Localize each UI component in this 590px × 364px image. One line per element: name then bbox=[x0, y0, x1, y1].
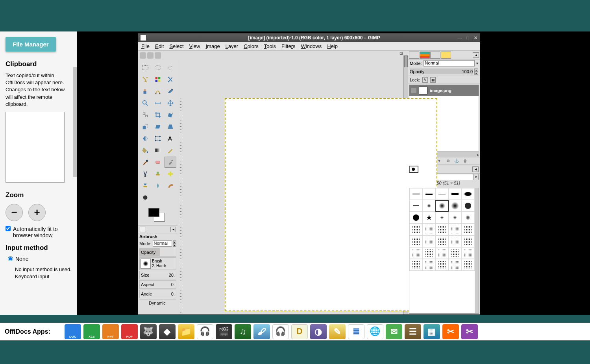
brush-item[interactable] bbox=[462, 224, 475, 235]
brush-item[interactable] bbox=[435, 247, 448, 259]
tool-eraser[interactable] bbox=[152, 157, 164, 168]
app-audacity[interactable]: 🎧 bbox=[197, 324, 213, 339]
brush-item[interactable] bbox=[409, 247, 422, 259]
app-mail[interactable]: ✉ bbox=[386, 324, 402, 339]
tool-dodge-burn[interactable] bbox=[139, 192, 151, 203]
brush-filter-dropdown[interactable]: ▾ bbox=[473, 174, 479, 180]
layer-row-image[interactable]: image.png bbox=[409, 85, 479, 96]
brush-item[interactable] bbox=[409, 235, 422, 247]
brush-item[interactable] bbox=[435, 259, 448, 271]
tool-options-tab[interactable] bbox=[140, 227, 146, 232]
brush-item[interactable] bbox=[462, 200, 475, 212]
foreground-background-swatch[interactable] bbox=[141, 207, 175, 223]
app-pixels[interactable]: ▦ bbox=[424, 324, 440, 339]
foreground-color-swatch[interactable] bbox=[148, 208, 159, 217]
close-button[interactable]: ✕ bbox=[473, 35, 478, 41]
brush-item[interactable]: ✺ bbox=[462, 212, 475, 224]
tool-shear[interactable] bbox=[152, 121, 164, 132]
lock-pixels-icon[interactable]: ✎ bbox=[422, 77, 428, 83]
menu-help[interactable]: Help bbox=[327, 43, 338, 49]
brush-item[interactable] bbox=[449, 247, 462, 259]
layer-thumbnail[interactable] bbox=[419, 87, 427, 94]
canvas-nav-icon[interactable]: ⊡ bbox=[399, 51, 403, 55]
tool-color-picker[interactable] bbox=[165, 86, 176, 97]
tool-mode-select[interactable]: Normal bbox=[153, 240, 172, 247]
input-method-none-row[interactable]: None bbox=[8, 256, 72, 262]
tool-clone[interactable] bbox=[152, 168, 164, 179]
tool-perspective-clone[interactable] bbox=[139, 180, 151, 191]
brush-item[interactable] bbox=[409, 224, 422, 235]
tool-align[interactable] bbox=[139, 109, 151, 120]
app-doc[interactable]: DOC bbox=[65, 324, 81, 339]
autofit-checkbox-row[interactable]: Automatically fit to browser window bbox=[6, 226, 72, 238]
tool-ellipse-select[interactable] bbox=[152, 62, 164, 73]
tool-perspective[interactable] bbox=[165, 121, 176, 132]
input-method-none-radio[interactable] bbox=[8, 256, 13, 261]
menu-image[interactable]: Image bbox=[205, 43, 220, 49]
app-cut[interactable]: ✂ bbox=[442, 324, 459, 339]
menu-filters[interactable]: Filters bbox=[281, 43, 295, 49]
tool-text[interactable]: A bbox=[165, 133, 176, 144]
zoom-in-button[interactable]: + bbox=[28, 204, 46, 221]
menu-edit[interactable]: Edit bbox=[155, 43, 164, 49]
tool-size-row[interactable]: Size 20. bbox=[139, 271, 176, 279]
tool-bucket-fill[interactable] bbox=[139, 145, 151, 156]
brush-item[interactable]: ✷ bbox=[449, 212, 462, 224]
brush-item[interactable] bbox=[409, 188, 422, 200]
minimize-button[interactable]: — bbox=[457, 35, 462, 41]
tool-brush-row[interactable]: Brush 2. Hardr bbox=[139, 257, 176, 270]
autofit-checkbox[interactable] bbox=[6, 226, 11, 231]
app-violet[interactable]: ✂ bbox=[461, 324, 478, 339]
layers-tab-layers[interactable] bbox=[420, 52, 430, 59]
layers-tab-paths[interactable] bbox=[441, 52, 451, 59]
gimp-titlebar[interactable]: [image] (imported)-1.0 (RGB color, 1 lay… bbox=[138, 33, 480, 42]
tool-foreground-select[interactable] bbox=[139, 86, 151, 97]
brush-item[interactable] bbox=[462, 247, 475, 259]
tool-ink[interactable] bbox=[139, 168, 151, 179]
app-ppt[interactable]: PPT bbox=[102, 324, 119, 339]
brush-item[interactable] bbox=[435, 188, 448, 200]
app-lmms[interactable]: ♫ bbox=[235, 324, 251, 339]
tool-scissors[interactable] bbox=[165, 74, 176, 85]
brush-item[interactable] bbox=[409, 212, 422, 224]
app-pdf[interactable]: PDF bbox=[121, 324, 138, 339]
tool-blur[interactable] bbox=[152, 180, 164, 191]
menu-windows[interactable]: Windows bbox=[301, 43, 322, 49]
tool-color-select[interactable] bbox=[152, 74, 164, 85]
tool-measure[interactable] bbox=[152, 98, 164, 109]
brush-item[interactable] bbox=[449, 188, 462, 200]
brush-item[interactable] bbox=[449, 200, 462, 212]
layers-tab-menu[interactable]: ◂ bbox=[473, 52, 479, 58]
tool-cage[interactable] bbox=[152, 133, 164, 144]
brush-item[interactable] bbox=[422, 247, 435, 259]
brush-item[interactable] bbox=[462, 235, 475, 247]
layer-visibility-icon[interactable] bbox=[411, 88, 416, 93]
brushes-tab-menu[interactable]: ◂ bbox=[472, 166, 479, 172]
menu-select[interactable]: Select bbox=[169, 43, 183, 49]
lock-alpha-icon[interactable]: ▦ bbox=[430, 77, 436, 83]
tool-brush-preview[interactable] bbox=[141, 259, 151, 269]
tool-smudge[interactable] bbox=[165, 180, 176, 191]
brush-item[interactable] bbox=[462, 188, 475, 200]
app-video-editor[interactable]: 🎬 bbox=[216, 324, 232, 339]
tool-scale[interactable] bbox=[139, 121, 151, 132]
tool-opacity-slider[interactable]: Opacity bbox=[139, 248, 176, 257]
app-audio2[interactable]: 🎧 bbox=[272, 324, 289, 339]
tool-fuzzy-select[interactable] bbox=[139, 74, 151, 85]
tool-blend[interactable] bbox=[152, 145, 164, 156]
tool-rect-select[interactable] bbox=[139, 62, 151, 73]
menu-layer[interactable]: Layer bbox=[226, 43, 239, 49]
brush-item[interactable] bbox=[435, 235, 448, 247]
tool-paths[interactable] bbox=[152, 86, 164, 97]
tool-options-menu-button[interactable]: ◂ bbox=[170, 227, 176, 232]
tool-heal[interactable] bbox=[165, 168, 176, 179]
app-gimp[interactable]: 🐺 bbox=[140, 324, 157, 339]
app-xls[interactable]: XLS bbox=[83, 324, 100, 339]
layer-mode-dropdown-icon[interactable]: ▾ bbox=[476, 61, 478, 65]
menu-file[interactable]: File bbox=[141, 43, 150, 49]
tool-crop[interactable] bbox=[152, 109, 164, 120]
brush-item[interactable] bbox=[409, 259, 422, 271]
tool-paintbrush[interactable] bbox=[139, 157, 151, 168]
app-browser[interactable]: 🌐 bbox=[367, 324, 383, 339]
maximize-button[interactable]: □ bbox=[465, 35, 470, 41]
